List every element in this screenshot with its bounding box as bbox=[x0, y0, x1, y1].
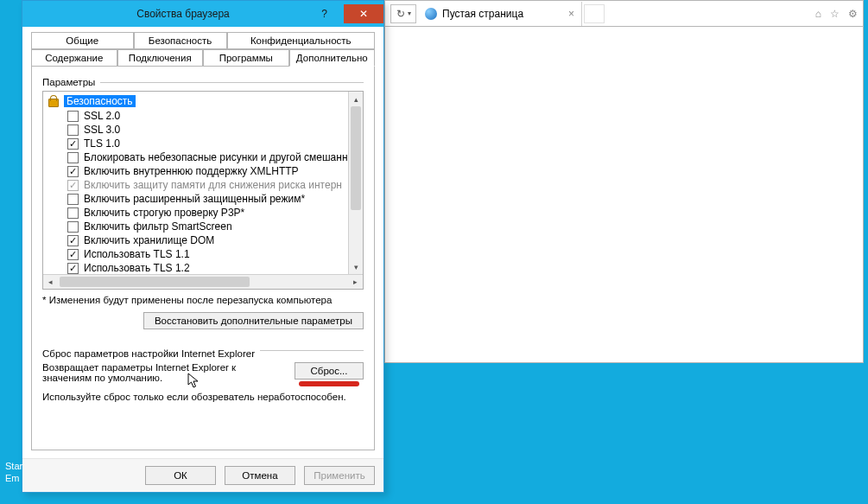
ie-window: ↻ ▾ Пустая страница × ⌂ ☆ ⚙ bbox=[384, 0, 864, 363]
tab-security[interactable]: Безопасность bbox=[134, 32, 227, 49]
browser-tab[interactable]: Пустая страница × bbox=[418, 2, 582, 26]
vertical-scrollbar[interactable]: ▴ ▾ bbox=[348, 92, 363, 274]
list-item-label: Включить внутреннюю поддержку XMLHTTP bbox=[84, 165, 299, 177]
checkbox[interactable] bbox=[67, 124, 79, 136]
gear-icon[interactable]: ⚙ bbox=[848, 8, 858, 20]
help-icon: ? bbox=[321, 8, 327, 20]
new-tab-button[interactable] bbox=[584, 4, 605, 23]
list-item-label: Включить строгую проверку P3P* bbox=[84, 207, 244, 219]
list-item[interactable]: Включить фильтр SmartScreen bbox=[45, 220, 361, 233]
mouse-cursor-icon bbox=[187, 373, 201, 390]
titlebar[interactable]: Свойства браузера ? ✕ bbox=[22, 1, 383, 27]
dialog-title: Свойства браузера bbox=[61, 8, 305, 20]
tab-general[interactable]: Общие bbox=[31, 32, 134, 49]
advanced-tab-content: Параметры Безопасность SSL 2.0 SSL 3.0 ✓… bbox=[31, 66, 375, 450]
ie-toolbar: ↻ ▾ Пустая страница × ⌂ ☆ ⚙ bbox=[385, 1, 863, 27]
tab-programs[interactable]: Программы bbox=[203, 49, 289, 67]
cancel-button[interactable]: Отмена bbox=[225, 466, 295, 485]
list-item-label: SSL 2.0 bbox=[84, 110, 120, 122]
tab-title: Пустая страница bbox=[442, 8, 523, 20]
checkbox[interactable] bbox=[67, 221, 79, 233]
security-group-label: Безопасность bbox=[64, 95, 136, 107]
dialog-buttons: ОК Отмена Применить bbox=[22, 458, 383, 492]
list-item-label: Использовать TLS 1.2 bbox=[84, 262, 190, 274]
tabs-row-2: Содержание Подключения Программы Дополни… bbox=[31, 49, 375, 67]
list-item-label: Включить защиту памяти для снижения риск… bbox=[84, 179, 342, 191]
dialog-body: Общие Безопасность Конфиденциальность Со… bbox=[22, 27, 383, 492]
checkbox[interactable]: ✓ bbox=[67, 138, 79, 150]
checkbox: ✓ bbox=[67, 180, 79, 191]
tab-advanced[interactable]: Дополнительно bbox=[289, 49, 376, 67]
close-tab-icon[interactable]: × bbox=[568, 8, 574, 20]
tabs-row-1: Общие Безопасность Конфиденциальность bbox=[31, 32, 375, 49]
security-group-header: Безопасность bbox=[45, 93, 361, 109]
list-item-label: Включить фильтр SmartScreen bbox=[84, 220, 232, 233]
restore-advanced-button[interactable]: Восстановить дополнительные параметры bbox=[143, 312, 364, 329]
parameters-label: Параметры bbox=[42, 77, 95, 87]
refresh-icon: ↻ bbox=[396, 8, 405, 20]
reset-section-title: Сброс параметров настройки Internet Expl… bbox=[42, 348, 255, 359]
checkbox[interactable]: ✓ bbox=[67, 166, 79, 177]
scroll-right-arrow[interactable]: ▸ bbox=[348, 278, 363, 286]
list-item-label: SSL 3.0 bbox=[84, 124, 120, 136]
apply-button: Применить bbox=[304, 466, 375, 485]
checkbox[interactable] bbox=[67, 152, 79, 163]
list-item-label: Включить хранилище DOM bbox=[84, 234, 214, 246]
ie-logo-icon bbox=[425, 8, 437, 20]
list-item-label: Использовать TLS 1.1 bbox=[84, 248, 190, 260]
tab-privacy[interactable]: Конфиденциальность bbox=[227, 32, 376, 49]
list-item[interactable]: Включить строгую проверку P3P* bbox=[45, 206, 361, 220]
list-item[interactable]: ✓Включить хранилище DOM bbox=[45, 233, 361, 247]
scroll-thumb[interactable] bbox=[351, 106, 361, 210]
help-button[interactable]: ? bbox=[305, 4, 344, 23]
checkbox[interactable] bbox=[67, 207, 79, 219]
list-item[interactable]: ✓Включить внутреннюю поддержку XMLHTTP bbox=[45, 164, 361, 178]
reset-button[interactable]: Сброс... bbox=[295, 362, 364, 380]
settings-listbox[interactable]: Безопасность SSL 2.0 SSL 3.0 ✓TLS 1.0 Бл… bbox=[42, 91, 364, 290]
list-item[interactable]: Блокировать небезопасные рисунки и друго… bbox=[45, 150, 361, 164]
em-label: Em bbox=[0, 471, 25, 485]
list-item-label: TLS 1.0 bbox=[84, 137, 120, 150]
list-item[interactable]: ✓Использовать TLS 1.2 bbox=[45, 261, 361, 275]
checkbox[interactable] bbox=[67, 194, 79, 205]
scroll-left-arrow[interactable]: ◂ bbox=[43, 278, 58, 286]
close-icon: ✕ bbox=[359, 8, 368, 20]
close-button[interactable]: ✕ bbox=[344, 4, 383, 23]
reset-description: Возвращает параметры Internet Explorer к… bbox=[42, 362, 284, 383]
restart-note: * Изменения будут применены после переза… bbox=[42, 295, 364, 305]
reset-advice: Используйте сброс только если обозревате… bbox=[42, 392, 364, 402]
home-icon[interactable]: ⌂ bbox=[815, 8, 821, 20]
list-item[interactable]: SSL 3.0 bbox=[45, 123, 361, 137]
scroll-down-arrow[interactable]: ▾ bbox=[349, 259, 363, 274]
scroll-up-arrow[interactable]: ▴ bbox=[349, 92, 363, 106]
list-item[interactable]: SSL 2.0 bbox=[45, 109, 361, 123]
favorites-icon[interactable]: ☆ bbox=[830, 8, 839, 20]
list-item[interactable]: ✓TLS 1.0 bbox=[45, 137, 361, 150]
list-item-label: Включить расширенный защищенный режим* bbox=[84, 193, 305, 205]
list-item[interactable]: ✓Использовать TLS 1.1 bbox=[45, 247, 361, 261]
list-item: ✓Включить защиту памяти для снижения рис… bbox=[45, 178, 361, 192]
dropdown-icon: ▾ bbox=[408, 10, 411, 17]
list-item[interactable]: Включить расширенный защищенный режим* bbox=[45, 192, 361, 206]
tab-content[interactable]: Содержание bbox=[31, 49, 117, 67]
ie-command-icons: ⌂ ☆ ⚙ bbox=[815, 8, 858, 20]
scroll-thumb-h[interactable] bbox=[60, 277, 250, 287]
internet-options-dialog: Свойства браузера ? ✕ Общие Безопасность… bbox=[22, 0, 384, 493]
tab-connections[interactable]: Подключения bbox=[117, 49, 204, 67]
list-item-label: Блокировать небезопасные рисунки и друго… bbox=[84, 151, 348, 163]
ie-content-area bbox=[385, 27, 863, 44]
annotation-highlight bbox=[299, 381, 359, 386]
refresh-button[interactable]: ↻ ▾ bbox=[390, 4, 416, 23]
checkbox[interactable]: ✓ bbox=[67, 249, 79, 260]
checkbox[interactable] bbox=[67, 111, 79, 122]
ok-button[interactable]: ОК bbox=[145, 466, 216, 485]
checkbox[interactable]: ✓ bbox=[67, 263, 79, 274]
horizontal-scrollbar[interactable]: ◂ ▸ bbox=[43, 274, 363, 289]
checkbox[interactable]: ✓ bbox=[67, 235, 79, 246]
lock-icon bbox=[47, 94, 60, 108]
